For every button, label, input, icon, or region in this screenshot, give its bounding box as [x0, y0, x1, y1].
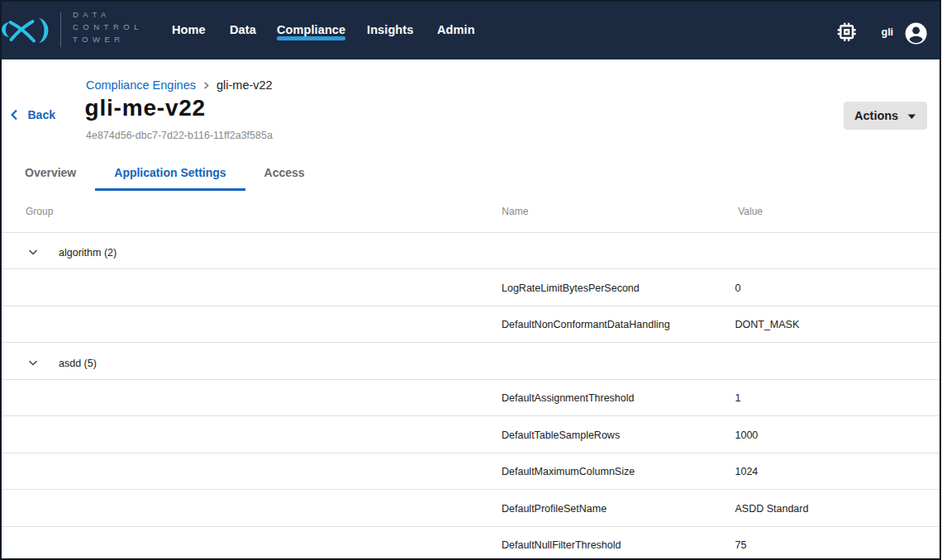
detail-tabs: Overview Application Settings Access	[6, 154, 324, 191]
window-border-right	[940, 0, 941, 560]
setting-name: DefaultNonConformantDataHandling	[502, 307, 670, 344]
expand-collapse-toggle[interactable]	[26, 345, 40, 382]
setting-name: DefaultAssignmentThreshold	[502, 381, 635, 417]
nav-item-admin[interactable]: Admin	[437, 0, 475, 59]
nav-item-insights[interactable]: Insights	[367, 0, 413, 59]
user-avatar-icon[interactable]	[903, 21, 929, 46]
actions-button[interactable]: Actions	[844, 102, 927, 130]
setting-row: DefaultAssignmentThreshold 1	[2, 380, 940, 417]
back-label: Back	[28, 108, 55, 121]
breadcrumb: Compliance Engines gli-me-v22	[86, 78, 273, 92]
nav-item-data[interactable]: Data	[230, 0, 256, 59]
main-nav: Home Data Compliance Insights Admin	[0, 0, 941, 59]
setting-value: ASDD Standard	[735, 491, 809, 527]
group-row[interactable]: algorithm (2)	[2, 233, 940, 270]
window-border-left	[0, 0, 2, 560]
group-row[interactable]: asdd (5)	[2, 343, 940, 380]
chevron-down-icon	[27, 357, 39, 368]
nav-item-label: Data	[230, 23, 256, 36]
setting-value: 1	[735, 381, 741, 417]
actions-label: Actions	[854, 109, 898, 122]
setting-name: DefaultTableSampleRows	[502, 417, 620, 453]
column-header-value: Value	[738, 192, 763, 232]
setting-row: DefaultNonConformantDataHandling DONT_MA…	[2, 306, 940, 344]
setting-name: DefaultProfileSetName	[502, 491, 607, 527]
nav-active-underline	[277, 36, 345, 40]
breadcrumb-current: gli-me-v22	[216, 78, 273, 92]
setting-row: DefaultTableSampleRows 1000	[2, 416, 940, 453]
tab-application-settings[interactable]: Application Settings	[95, 154, 245, 191]
settings-table: Group Name Value algorithm (2) LogRateLi…	[2, 192, 940, 560]
expand-collapse-toggle[interactable]	[26, 235, 40, 271]
chevron-right-icon	[202, 82, 210, 89]
setting-value: 1000	[735, 417, 759, 453]
nav-item-label: Compliance	[277, 23, 345, 36]
breadcrumb-parent-link[interactable]: Compliance Engines	[86, 78, 196, 92]
table-header-row: Group Name Value	[2, 192, 940, 233]
chevron-left-icon	[8, 109, 20, 121]
setting-value: 75	[735, 528, 747, 560]
tab-label: Access	[264, 166, 305, 179]
setting-name: DefaultMaximumColumnSize	[502, 454, 635, 491]
nav-item-home[interactable]: Home	[172, 0, 206, 59]
tab-access[interactable]: Access	[245, 154, 324, 191]
engine-uuid: 4e874d56-dbc7-7d22-b116-11ff2a3f585a	[86, 130, 273, 141]
setting-name: LogRateLimitBytesPerSecond	[502, 270, 640, 306]
page-title: gli-me-v22	[85, 96, 207, 120]
tab-overview[interactable]: Overview	[6, 154, 95, 191]
window-border-top	[0, 0, 941, 2]
tab-label: Application Settings	[114, 166, 226, 179]
tab-label: Overview	[25, 166, 76, 179]
setting-value: DONT_MASK	[735, 307, 800, 344]
group-name: algorithm (2)	[59, 235, 117, 272]
nav-item-compliance[interactable]: Compliance	[277, 0, 345, 59]
setting-row: LogRateLimitBytesPerSecond 0	[2, 269, 940, 306]
chevron-down-icon	[27, 247, 39, 259]
setting-value: 0	[735, 270, 741, 306]
setting-row: DefaultNullFilterThreshold 75	[2, 527, 940, 560]
nav-item-label: Insights	[367, 23, 413, 36]
setting-name: DefaultNullFilterThreshold	[502, 528, 621, 560]
column-header-name: Name	[502, 192, 528, 232]
setting-row: DefaultProfileSetName ASDD Standard	[2, 490, 940, 527]
back-button[interactable]: Back	[6, 108, 55, 121]
top-navbar: DATA CONTROL TOWER Home Data Compliance …	[0, 0, 941, 59]
setting-value: 1024	[735, 454, 759, 491]
caret-down-icon	[907, 114, 916, 120]
nav-item-label: Admin	[437, 23, 475, 36]
nav-item-label: Home	[172, 23, 206, 36]
setting-row: DefaultMaximumColumnSize 1024	[2, 453, 940, 491]
group-name: asdd (5)	[59, 345, 97, 382]
engines-chip-icon[interactable]	[835, 20, 859, 44]
column-header-group: Group	[26, 192, 53, 232]
username-label: gli	[882, 27, 894, 38]
